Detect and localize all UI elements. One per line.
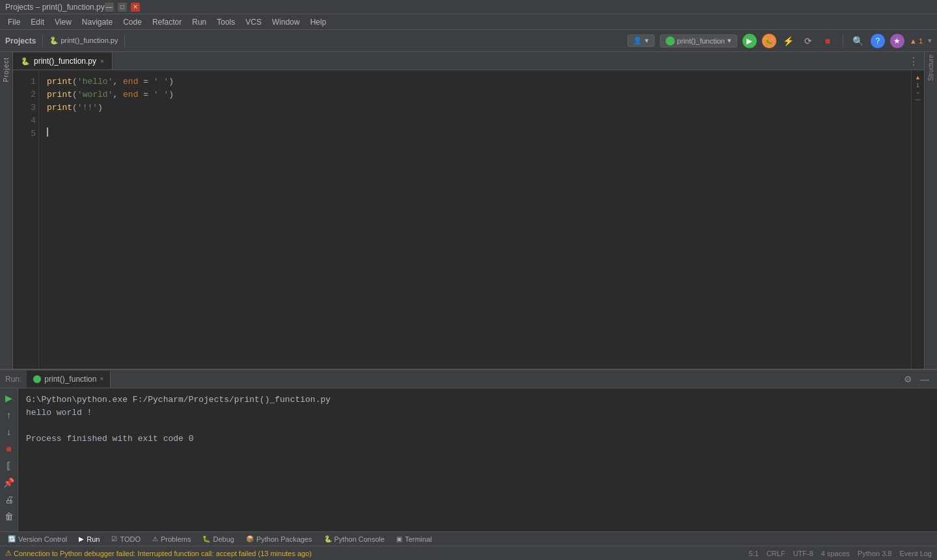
profile-button[interactable]: ⟳ [801,34,815,48]
menu-edit[interactable]: Edit [25,16,49,28]
run-panel-body: ▶ ↑ ↓ ■ ⟦ 📌 🖨 🗑 G:\Python\python.exe F:/… [0,388,937,531]
debug-button[interactable]: 🐛 [762,34,776,48]
close-button[interactable]: ✕ [131,3,140,12]
run-panel-controls: ⚙ — [901,372,932,386]
run-output-line3: Process finished with exit code 0 [26,433,929,446]
python-console-icon: 🐍 [324,535,332,542]
tab-close-button[interactable]: × [100,58,104,65]
run-scroll-up-button[interactable]: ↑ [2,408,16,422]
menu-view[interactable]: View [49,16,77,28]
run-config-icon [666,36,675,46]
bottom-tab-run[interactable]: ▶ Run [74,533,105,546]
menu-navigate[interactable]: Navigate [77,16,118,28]
toolbar-separator-3 [843,34,843,47]
run-panel-header: Run: print()_function × ⚙ — [0,370,937,388]
python-packages-icon: 📦 [246,535,254,542]
editor-tab-bar: 🐍 print()_function.py × ⋮ [13,52,924,70]
run-tab[interactable]: print()_function × [27,371,111,388]
stop-button[interactable]: ■ [821,34,835,48]
tab-file-icon: 🐍 [21,57,30,66]
run-stop-button[interactable]: ■ [2,442,16,456]
status-encoding[interactable]: UTF-8 [793,550,813,557]
editor-container: 🐍 print()_function.py × ⋮ 1 2 3 4 5 prin [13,52,924,369]
bottom-tab-problems[interactable]: ⚠ Problems [147,533,196,546]
run-play-button[interactable]: ▶ [2,391,16,405]
run-scroll-down-button[interactable]: ↓ [2,425,16,439]
menu-file[interactable]: File [3,16,25,28]
menu-refactor[interactable]: Refactor [147,16,187,28]
project-sidebar[interactable]: Project [0,52,13,369]
run-panel: Run: print()_function × ⚙ — ▶ ↑ ↓ ■ ⟦ 📌 … [0,369,937,531]
minimize-button[interactable]: — [105,3,114,12]
menu-vcs[interactable]: VCS [240,16,267,28]
run-config-label: print()_function [677,37,725,45]
run-output-line1: hello world ! [26,407,929,420]
maximize-button[interactable]: □ [118,3,127,12]
bottom-tab-terminal[interactable]: ▣ Terminal [391,533,437,546]
run-tab-close-button[interactable]: × [100,375,103,382]
status-line-ending[interactable]: CRLF [767,550,785,557]
run-pin-button[interactable]: 📌 [2,475,16,490]
status-bar: ⚠ Connection to Python debugger failed: … [0,546,937,560]
gutter-line-count: 1 [916,82,919,88]
run-tab-label2: Run [87,535,100,543]
code-content[interactable]: print('hello', end = ' ') print('world',… [39,70,911,369]
tab-more-button[interactable]: ⋮ [903,53,924,70]
bottom-tab-python-packages[interactable]: 📦 Python Packages [241,533,318,546]
run-panel-settings-button[interactable]: ⚙ [901,372,915,386]
menu-run[interactable]: Run [187,16,211,28]
status-position[interactable]: 5:1 [749,550,759,557]
code-editor[interactable]: 1 2 3 4 5 print('hello', end = ' ') prin… [13,70,924,369]
tab-filename: print()_function.py [34,57,96,66]
code-fn-2: print [47,88,72,101]
bottom-tab-version-control[interactable]: 🔃 Version Control [3,533,72,546]
project-label: Project [1,52,11,87]
warning-triangle-icon: ⚠ [5,549,12,557]
bottom-tab-debug[interactable]: 🐛 Debug [197,533,239,546]
editor-tab-print-function[interactable]: 🐍 print()_function.py × [13,53,113,70]
menu-help[interactable]: Help [305,16,332,28]
problems-icon: ⚠ [152,535,158,542]
terminal-label: Terminal [405,535,432,543]
menu-window[interactable]: Window [267,16,305,28]
run-clear-button[interactable]: 🗑 [2,509,16,524]
run-print-button[interactable]: 🖨 [2,492,16,507]
editor-run-area: Project 🐍 print()_function.py × ⋮ 1 2 3 … [0,52,937,369]
run-icon: ▶ [79,535,84,542]
user-dropdown[interactable]: 👤 ▾ [627,34,655,47]
file-icon: 🐍 [49,36,59,44]
run-panel-content: G:\Python\python.exe F:/Pycharm/Projects… [18,388,937,531]
code-line-2: print('world', end = ' ') [47,88,903,101]
run-button[interactable]: ▶ [742,34,757,48]
search-button[interactable]: 🔍 [851,34,865,48]
gutter-collapse-btn[interactable]: ⌄ [916,88,921,95]
line-numbers: 1 2 3 4 5 [13,70,39,369]
bottom-tab-todo[interactable]: ☑ TODO [106,533,146,546]
run-wrap-button[interactable]: ⟦ [2,459,16,473]
terminal-icon: ▣ [396,535,402,542]
run-config-dropdown[interactable]: print()_function ▾ [660,34,737,47]
menu-tools[interactable]: Tools [211,16,240,28]
run-output-text: G:\Python\python.exe F:/Pycharm/Projects… [26,393,929,526]
expand-gutter-btn[interactable]: ▾ [928,36,932,45]
version-control-icon: 🔃 [8,535,16,542]
bottom-tab-python-console[interactable]: 🐍 Python Console [319,533,390,546]
help-button[interactable]: ? [871,34,885,48]
run-tab-icon [33,375,41,383]
code-fn-1: print [47,75,72,88]
status-event-log[interactable]: Event Log [899,550,932,557]
coverage-button[interactable]: ⚡ [781,34,796,48]
run-label: Run: [5,375,21,384]
structure-sidebar[interactable]: Structure [924,52,937,369]
debug-icon: 🐛 [202,535,210,542]
todo-label: TODO [120,535,141,543]
status-indent[interactable]: 4 spaces [821,550,850,557]
status-python-version[interactable]: Python 3.8 [858,550,892,557]
menu-code[interactable]: Code [118,16,147,28]
title-bar: Projects – print()_function.py — □ ✕ [0,0,937,14]
toolbar: Projects 🐍 print()_function.py 👤 ▾ print… [0,30,937,52]
plugin-button[interactable]: ★ [890,34,904,48]
file-path: 🐍 print()_function.py [49,36,118,45]
main-content: Project 🐍 print()_function.py × ⋮ 1 2 3 … [0,52,937,560]
run-panel-minimize-button[interactable]: — [917,372,932,386]
